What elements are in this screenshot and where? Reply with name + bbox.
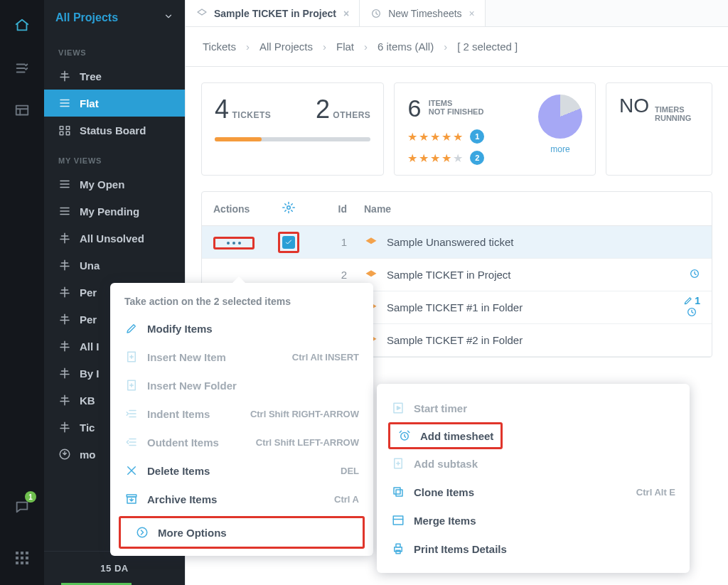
tree-icon [58, 232, 71, 245]
sidebar-project-selector[interactable]: All Projects [44, 0, 185, 36]
tree-icon [58, 286, 71, 299]
menu-insert-item[interactable]: Insert New Item Ctrl Alt INSERT [110, 343, 373, 371]
menu-archive-items[interactable]: Archive Items Ctrl A [110, 485, 373, 513]
sidebar-myview-partial-1[interactable]: Una [44, 252, 185, 279]
pencil-icon [124, 321, 139, 336]
tree-icon [58, 70, 71, 82]
svg-rect-17 [394, 488, 400, 494]
archive-icon [124, 492, 139, 506]
rail-chat-icon[interactable]: 1 [9, 494, 35, 520]
menu-modify-items[interactable]: Modify Items [110, 314, 373, 343]
not-finished-count: 6 [407, 95, 421, 122]
sidebar-item-label: Per [80, 286, 97, 299]
menu-clone-items[interactable]: Clone Items Ctrl Alt E [377, 478, 690, 506]
col-name[interactable]: Name [364, 203, 709, 215]
menu-more-options[interactable]: More Options [121, 518, 363, 547]
card-item-counts[interactable]: 4 TICKETS 2 OTHERS [201, 82, 384, 176]
ticket-icon [364, 268, 378, 282]
tab-close-icon[interactable]: × [343, 8, 349, 19]
menu-print-details[interactable]: Print Items Details [377, 535, 690, 563]
menu-merge-items[interactable]: Merge Items [377, 506, 690, 535]
menu-insert-folder[interactable]: Insert New Folder [110, 371, 373, 399]
more-link[interactable]: more [550, 144, 569, 154]
star-icon: ★★★★★ [407, 130, 464, 144]
card-items-not-finished[interactable]: 6 ITEMSNOT FINISHED ★★★★★ 1 ★★★★★ 2 more [394, 82, 596, 176]
tab-new-timesheets[interactable]: New Timesheets × [360, 0, 486, 26]
rating-count-badge: 2 [470, 151, 484, 165]
plus-file-icon [124, 350, 139, 364]
menu-shortcut: Ctrl Shift LEFT-ARROW [256, 437, 359, 448]
indent-icon [124, 407, 139, 421]
sidebar-view-status-board[interactable]: Status Board [44, 117, 185, 144]
col-settings[interactable] [270, 201, 307, 216]
table-row[interactable]: 1 Sample Unanswered ticket [202, 226, 712, 259]
svg-rect-18 [393, 516, 403, 525]
menu-shortcut: Ctrl A [334, 494, 359, 505]
menu-add-timesheet[interactable]: Add timesheet [390, 424, 500, 447]
breadcrumb-item[interactable]: 6 items (All) [378, 41, 434, 53]
sidebar-item-label: KB [80, 395, 95, 407]
more-options-menu: Start timer Add timesheet Add subtask Cl… [377, 384, 690, 573]
gear-icon [282, 205, 295, 216]
chevron-right-icon: › [364, 41, 368, 53]
svg-rect-16 [396, 490, 402, 496]
rail-tasks-icon[interactable] [9, 55, 35, 81]
chevron-right-icon: › [444, 41, 447, 53]
sidebar-item-label: Una [80, 259, 100, 272]
sidebar-item-label: Per [80, 313, 97, 326]
menu-shortcut: Ctrl Alt E [636, 487, 675, 498]
row-actions-button[interactable] [213, 237, 255, 249]
outdent-icon [124, 435, 139, 449]
card-timers[interactable]: NO TIMERSRUNNING [606, 82, 712, 176]
list-icon [58, 97, 71, 109]
row-name: Sample TICKET #1 in Folder [387, 301, 523, 313]
tab-sample-ticket[interactable]: Sample TICKET in Project × [186, 0, 360, 26]
tree-icon [58, 313, 71, 326]
sidebar-view-tree[interactable]: Tree [44, 63, 185, 90]
sidebar-views-heading: VIEWS [44, 36, 185, 63]
menu-indent-items[interactable]: Indent Items Ctrl Shift RIGHT-ARROW [110, 399, 373, 428]
download-icon [58, 448, 71, 461]
sidebar-myview-my-pending[interactable]: My Pending [44, 198, 185, 225]
breadcrumb-item[interactable]: Tickets [203, 41, 236, 53]
breadcrumb-item[interactable]: Flat [336, 41, 354, 53]
menu-shortcut: DEL [341, 466, 359, 476]
tab-close-icon[interactable]: × [469, 8, 475, 19]
menu-shortcut: Ctrl Shift RIGHT-ARROW [250, 409, 359, 419]
chevron-right-icon: › [323, 41, 326, 53]
actions-menu: Take action on the 2 selected items Modi… [110, 283, 373, 556]
rail-apps-icon[interactable] [9, 545, 35, 571]
breadcrumb-item[interactable]: All Projects [259, 41, 313, 53]
chevron-down-icon [164, 11, 173, 24]
rail-chat-badge: 1 [25, 491, 36, 503]
star-icon: ★★★★★ [407, 151, 464, 165]
sidebar-footer[interactable]: 15 DA [44, 551, 185, 585]
sidebar-item-label: My Pending [80, 205, 139, 218]
col-id[interactable]: Id [307, 203, 364, 215]
rail-tickets-icon[interactable] [9, 13, 35, 38]
rating-5-star-row: ★★★★★ 1 [407, 129, 528, 144]
sidebar-myview-all-unsolved[interactable]: All Unsolved [44, 225, 185, 252]
left-rail: 1 [0, 0, 44, 585]
workspace-tabs: Sample TICKET in Project × New Timesheet… [186, 0, 728, 27]
svg-rect-1 [60, 127, 63, 130]
pie-chart [538, 95, 582, 139]
menu-add-subtask[interactable]: Add subtask [377, 449, 690, 478]
menu-start-timer[interactable]: Start timer [377, 394, 690, 422]
play-icon [391, 401, 405, 415]
row-checkbox[interactable] [278, 232, 299, 253]
menu-outdent-items[interactable]: Outdent Items Ctrl Shift LEFT-ARROW [110, 428, 373, 456]
chevron-right-icon: › [246, 41, 250, 53]
rating-4-star-row: ★★★★★ 2 [407, 151, 528, 165]
sidebar-item-label: All I [80, 340, 100, 353]
sidebar-view-flat[interactable]: Flat [44, 90, 185, 117]
menu-delete-items[interactable]: Delete Items DEL [110, 456, 373, 485]
sidebar-myview-my-open[interactable]: My Open [44, 171, 185, 198]
sidebar-item-label: All Unsolved [80, 232, 144, 245]
svg-rect-20 [396, 544, 400, 547]
rail-board-icon[interactable] [9, 98, 35, 124]
plus-file-icon [391, 456, 405, 471]
col-actions[interactable]: Actions [205, 203, 270, 215]
edit-indicator[interactable]: 1 [683, 295, 709, 320]
clock-icon[interactable] [689, 268, 709, 281]
